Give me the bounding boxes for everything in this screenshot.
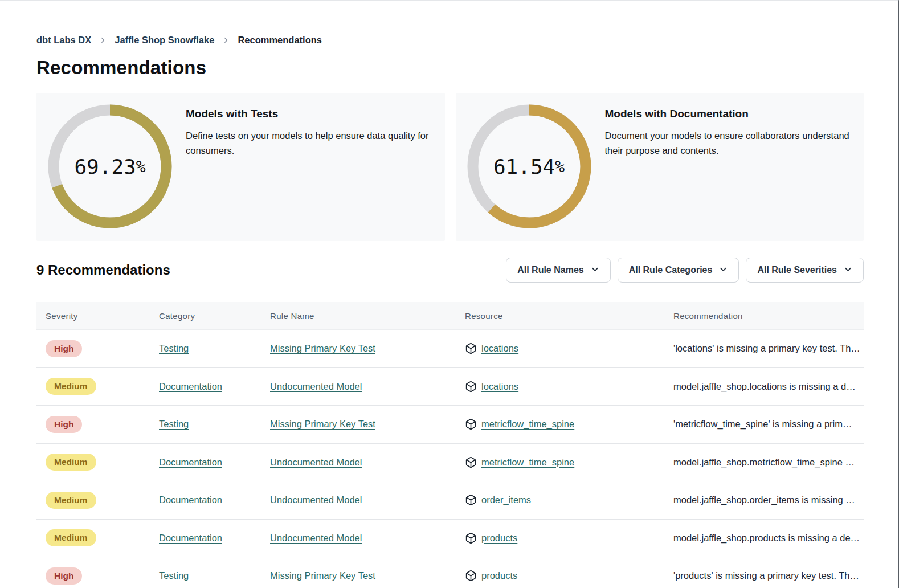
- category-cell: Testing: [150, 343, 261, 354]
- rule-name-cell: Undocumented Model: [261, 533, 456, 544]
- cube-icon: [465, 418, 477, 430]
- rule-name-cell: Undocumented Model: [261, 381, 456, 392]
- card-description: Document your models to ensure collabora…: [605, 129, 853, 158]
- resource-cell: metricflow_time_spine: [456, 456, 664, 468]
- severity-cell: Medium: [36, 454, 150, 471]
- rule-name-link[interactable]: Missing Primary Key Test: [270, 343, 375, 353]
- table-body: HighTestingMissing Primary Key Testlocat…: [36, 330, 864, 588]
- category-link[interactable]: Testing: [159, 570, 189, 581]
- chevron-right-icon: [222, 36, 230, 44]
- severity-cell: High: [36, 416, 150, 433]
- filter-label: All Rule Names: [517, 265, 583, 275]
- rule-name-link[interactable]: Undocumented Model: [270, 457, 362, 467]
- recommendations-header: 9 Recommendations All Rule Names All Rul…: [36, 257, 864, 283]
- main-content: dbt Labs DX Jaffle Shop Snowflake Recomm…: [0, 1, 898, 588]
- severity-badge: Medium: [46, 378, 96, 395]
- resource-link[interactable]: products: [481, 533, 517, 544]
- recommendation-cell: 'locations' is missing a primary key tes…: [664, 343, 864, 354]
- filter-rule-categories-dropdown[interactable]: All Rule Categories: [618, 258, 739, 283]
- severity-badge: High: [46, 340, 82, 357]
- severity-badge: Medium: [46, 454, 96, 471]
- severity-cell: Medium: [36, 378, 150, 395]
- severity-badge: High: [46, 567, 82, 585]
- card-models-with-tests: 69.23% Models with Tests Define tests on…: [36, 93, 445, 241]
- recommendation-text: model.jaffle_shop.metricflow_time_spine …: [673, 457, 858, 467]
- category-cell: Documentation: [150, 495, 261, 505]
- resource-cell: metricflow_time_spine: [456, 418, 664, 430]
- metric-cards: 69.23% Models with Tests Define tests on…: [36, 93, 864, 241]
- breadcrumb: dbt Labs DX Jaffle Shop Snowflake Recomm…: [36, 1, 864, 46]
- severity-badge: High: [46, 416, 82, 433]
- category-link[interactable]: Documentation: [159, 495, 222, 505]
- recommendation-text: 'locations' is missing a primary key tes…: [673, 343, 864, 353]
- rule-name-link[interactable]: Missing Primary Key Test: [270, 419, 375, 429]
- app-window: dbt Labs DX Jaffle Shop Snowflake Recomm…: [0, 0, 899, 588]
- recommendations-count: 9 Recommendations: [36, 262, 170, 278]
- category-link[interactable]: Documentation: [159, 533, 222, 543]
- resource-link[interactable]: order_items: [481, 495, 531, 505]
- recommendation-cell: model.jaffle_shop.metricflow_time_spine …: [664, 457, 864, 468]
- table-row: HighTestingMissing Primary Key Testlocat…: [36, 330, 864, 368]
- column-header-resource: Resource: [456, 311, 664, 321]
- column-header-category: Category: [150, 311, 261, 321]
- category-cell: Testing: [150, 570, 261, 581]
- card-text: Models with Documentation Document your …: [605, 104, 853, 230]
- donut-chart-tests: 69.23%: [48, 104, 172, 228]
- card-description: Define tests on your models to help ensu…: [186, 129, 434, 158]
- card-title: Models with Documentation: [605, 108, 853, 120]
- recommendations-table: Severity Category Rule Name Resource Rec…: [36, 302, 864, 588]
- recommendation-cell: model.jaffle_shop.locations is missing a…: [664, 381, 864, 392]
- breadcrumb-item-current: Recommendations: [238, 35, 322, 46]
- rule-name-cell: Missing Primary Key Test: [261, 570, 456, 581]
- table-row: MediumDocumentationUndocumented Modelmet…: [36, 444, 864, 482]
- severity-badge: Medium: [46, 529, 96, 546]
- column-header-rule-name: Rule Name: [261, 311, 456, 321]
- table-row: MediumDocumentationUndocumented Modelloc…: [36, 368, 864, 406]
- rule-name-link[interactable]: Undocumented Model: [270, 533, 362, 543]
- card-text: Models with Tests Define tests on your m…: [186, 104, 434, 230]
- recommendation-text: model.jaffle_shop.order_items is missing…: [673, 495, 859, 505]
- recommendation-text: model.jaffle_shop.products is missing a …: [673, 533, 863, 543]
- category-cell: Documentation: [150, 457, 261, 468]
- cube-icon: [465, 532, 477, 544]
- resource-link[interactable]: metricflow_time_spine: [481, 457, 574, 468]
- category-link[interactable]: Documentation: [159, 457, 222, 467]
- resource-link[interactable]: metricflow_time_spine: [481, 419, 574, 430]
- filter-rule-names-dropdown[interactable]: All Rule Names: [506, 258, 610, 283]
- donut-percentage: 61.54%: [467, 104, 591, 228]
- column-header-severity: Severity: [36, 311, 150, 321]
- cube-icon: [465, 381, 477, 393]
- resource-link[interactable]: locations: [481, 343, 518, 354]
- category-cell: Documentation: [150, 381, 261, 392]
- severity-cell: High: [36, 567, 150, 585]
- recommendation-cell: model.jaffle_shop.order_items is missing…: [664, 495, 864, 505]
- resource-link[interactable]: products: [481, 570, 517, 581]
- column-header-recommendation: Recommendation: [664, 311, 864, 321]
- table-row: MediumDocumentationUndocumented Modelpro…: [36, 520, 864, 558]
- resource-cell: order_items: [456, 494, 664, 506]
- donut-percentage: 69.23%: [48, 104, 172, 228]
- chevron-down-icon: [844, 264, 852, 276]
- category-link[interactable]: Testing: [159, 419, 189, 429]
- rule-name-cell: Undocumented Model: [261, 495, 456, 505]
- cube-icon: [465, 570, 477, 582]
- chevron-down-icon: [591, 264, 599, 276]
- recommendation-cell: 'metricflow_time_spine' is missing a pri…: [664, 419, 864, 430]
- cube-icon: [465, 456, 477, 468]
- cube-icon: [465, 494, 477, 506]
- panel-left-border: [7, 1, 7, 588]
- resource-cell: products: [456, 532, 664, 544]
- category-cell: Documentation: [150, 533, 261, 544]
- recommendation-text: model.jaffle_shop.locations is missing a…: [673, 381, 859, 391]
- resource-link[interactable]: locations: [481, 381, 518, 392]
- rule-name-link[interactable]: Undocumented Model: [270, 495, 362, 505]
- page-title: Recommendations: [36, 57, 864, 79]
- rule-name-link[interactable]: Undocumented Model: [270, 381, 362, 391]
- category-link[interactable]: Testing: [159, 343, 189, 353]
- filter-rule-severities-dropdown[interactable]: All Rule Severities: [746, 258, 864, 283]
- category-link[interactable]: Documentation: [159, 381, 222, 391]
- breadcrumb-item-environment[interactable]: Jaffle Shop Snowflake: [115, 35, 214, 46]
- resource-cell: products: [456, 570, 664, 582]
- breadcrumb-item-project[interactable]: dbt Labs DX: [36, 35, 91, 46]
- rule-name-link[interactable]: Missing Primary Key Test: [270, 570, 375, 581]
